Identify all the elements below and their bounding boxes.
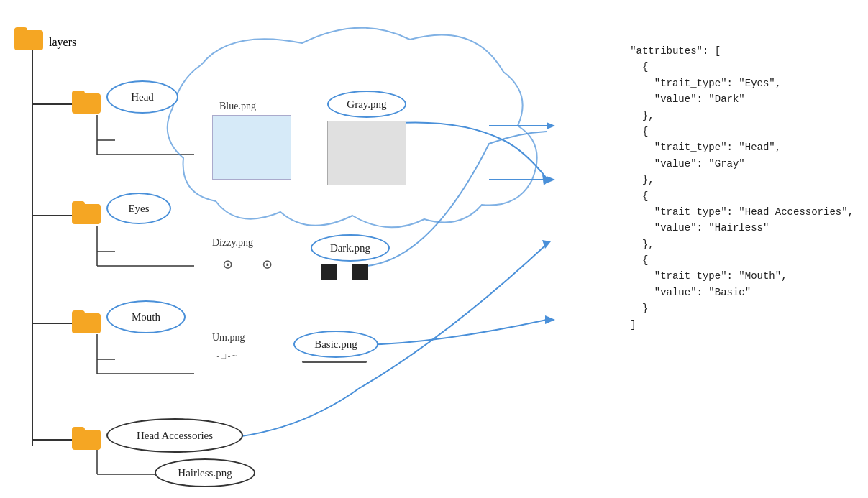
blue-png-label: Blue.png: [219, 101, 256, 112]
svg-marker-23: [542, 175, 551, 185]
json-line: "value": "Dark": [630, 91, 854, 107]
json-line: ]: [630, 317, 854, 333]
blue-preview: [212, 115, 291, 180]
eyes-label: Eyes: [106, 193, 171, 224]
json-line: {: [630, 188, 854, 204]
main-canvas: layers Head Blue.png Gray.png Eyes Dizzy…: [0, 0, 868, 498]
dark-square-2: [352, 264, 368, 280]
basic-mouth-line: [302, 361, 367, 363]
json-line: {: [630, 252, 854, 268]
head-accessories-folder: [72, 427, 101, 450]
json-line: "value": "Gray": [630, 156, 854, 172]
gray-preview: [327, 121, 406, 185]
head-label: Head: [106, 80, 178, 114]
dizzy-spiral-2: ⊙: [262, 255, 272, 275]
root-label: layers: [49, 36, 76, 49]
dark-png-oval: Dark.png: [311, 234, 390, 262]
mouth-label: Mouth: [106, 300, 186, 333]
basic-png-oval: Basic.png: [293, 331, 378, 358]
um-png-label: Um.png: [212, 332, 245, 343]
eyes-folder: [72, 201, 101, 224]
json-line: "value": "Hairless": [630, 220, 854, 236]
json-line: }: [630, 300, 854, 316]
json-line: "trait_type": "Eyes",: [630, 75, 854, 91]
json-line: "trait_type": "Head",: [630, 139, 854, 155]
json-line: },: [630, 172, 854, 188]
um-shape: -□-~: [216, 352, 237, 361]
json-line: "attributes": [: [630, 43, 854, 59]
head-folder: [72, 91, 101, 114]
json-line: {: [630, 59, 854, 75]
json-line: "trait_type": "Head Accessories",: [630, 204, 854, 220]
dizzy-png-label: Dizzy.png: [212, 237, 253, 249]
gray-png-oval: Gray.png: [327, 91, 406, 118]
svg-marker-22: [545, 315, 555, 324]
hairless-png-oval: Hairless.png: [155, 458, 255, 487]
json-line: },: [630, 236, 854, 252]
mouth-folder: [72, 310, 101, 333]
json-line: },: [630, 108, 854, 124]
svg-marker-21: [542, 240, 551, 249]
json-panel: "attributes": [ { "trait_type": "Eyes", …: [630, 43, 854, 333]
root-folder: [14, 27, 43, 50]
head-accessories-label: Head Accessories: [106, 418, 243, 453]
svg-marker-19: [547, 122, 555, 129]
dizzy-spiral-1: ⊙: [223, 255, 232, 275]
json-line: "value": "Basic": [630, 285, 854, 300]
json-line: {: [630, 124, 854, 139]
json-line: "trait_type": "Mouth",: [630, 268, 854, 284]
dark-square-1: [321, 264, 337, 280]
svg-marker-20: [547, 176, 555, 183]
